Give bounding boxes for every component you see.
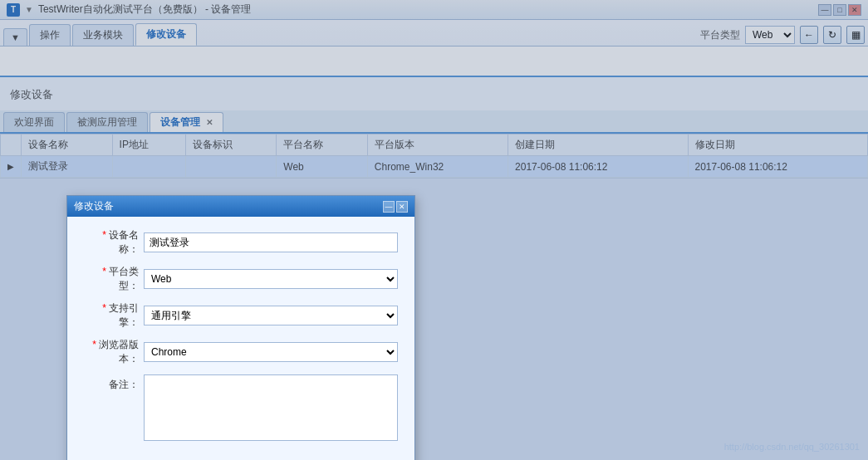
- app-container: T ▼ TestWriter自动化测试平台（免费版） - 设备管理 — □ ✕ …: [0, 0, 868, 460]
- modal-title-controls: — ✕: [383, 201, 408, 213]
- modal-body: *设备名称： *平台类型： Web Android iOS: [67, 217, 414, 460]
- required-star-name: *: [102, 229, 106, 241]
- browser-label: *浏览器版本：: [84, 338, 144, 366]
- platform-type-select[interactable]: Web Android iOS: [144, 269, 398, 289]
- required-star-platform: *: [102, 266, 106, 277]
- modal-overlay: 修改设备 — ✕ *设备名称： *平台类型：: [0, 0, 868, 460]
- engine-label: *支持引擎：: [84, 301, 144, 330]
- form-row-platform: *平台类型： Web Android iOS: [84, 265, 398, 293]
- form-row-remarks: 备注：: [84, 374, 398, 441]
- remarks-label: 备注：: [84, 374, 144, 392]
- device-name-input[interactable]: [144, 232, 398, 252]
- platform-label: *平台类型：: [84, 265, 144, 293]
- form-row-engine: *支持引擎： 通用引擎: [84, 301, 398, 330]
- modal-title-bar: 修改设备 — ✕: [67, 196, 414, 217]
- engine-select[interactable]: 通用引擎: [144, 306, 398, 325]
- modal-close-button[interactable]: ✕: [396, 201, 408, 213]
- name-label: *设备名称：: [84, 228, 144, 257]
- modal-min-button[interactable]: —: [383, 201, 395, 213]
- modal-title: 修改设备: [74, 199, 114, 213]
- required-star-engine: *: [102, 302, 106, 314]
- modal-modify-device: 修改设备 — ✕ *设备名称： *平台类型：: [66, 195, 415, 460]
- remarks-textarea[interactable]: [144, 374, 398, 441]
- required-star-browser: *: [92, 339, 96, 350]
- browser-select[interactable]: Chrome Firefox IE Edge: [144, 342, 398, 362]
- form-row-browser: *浏览器版本： Chrome Firefox IE Edge: [84, 338, 398, 366]
- form-row-name: *设备名称：: [84, 228, 398, 257]
